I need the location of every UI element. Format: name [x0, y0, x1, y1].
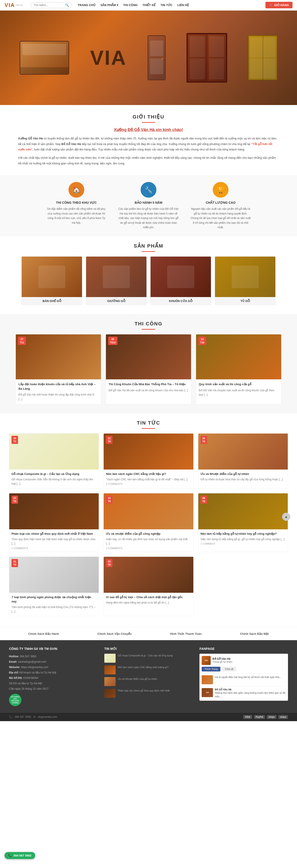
- tin-tuc-card[interactable]: 01T8 7 loại bình phong ngăn phòng được ư…: [9, 557, 99, 616]
- product-card[interactable]: BÀN GHẾ GỖ: [21, 256, 82, 305]
- search-button[interactable]: 🔍: [65, 3, 69, 7]
- footer-news-item[interactable]: Nên làm vách ngăn CNC bằng chất lượng gì…: [104, 665, 193, 674]
- scroll-top-button[interactable]: ▲: [282, 513, 290, 521]
- nav-item-tin-tuc[interactable]: TIN TỨC: [158, 2, 174, 8]
- product-name: KHUÔN CỬA GỖ: [151, 297, 211, 305]
- hero-furniture-wardrobe: [248, 35, 277, 80]
- product-card[interactable]: KHUÔN CỬA GỖ: [150, 256, 211, 305]
- tin-tuc-desc: Gỗ nhựa Composite chắc hẳn đã không ít l…: [11, 477, 97, 486]
- gioi-thieu-p1: Xưởng Gỗ Văn Hà có truyền thống làm đồ g…: [18, 136, 279, 152]
- tin-tuc-title: Vì sao đồ gỗ bị mọt – Chia sẻ cách diệt …: [106, 595, 191, 599]
- product-image: [215, 256, 275, 297]
- thi-cong-section: THI CÔNG 27T11 Lắp đặt hoàn thiện khuôn …: [0, 314, 297, 413]
- thi-cong-image: 12T10: [196, 334, 281, 379]
- news-thumb: [104, 677, 116, 686]
- tin-tuc-card[interactable]: 25T8 Phân loại các nhóm gỗ theo quy định…: [9, 493, 99, 552]
- thi-cong-image: 27T11: [16, 334, 101, 379]
- tin-tuc-card[interactable]: 23T8 Vì sao đồ gỗ bị mọt – Chia sẻ cách …: [103, 557, 193, 616]
- main-nav: TRANG CHỦSẢN PHẨM ▾THI CÔNGTHIẾT KẾTIN T…: [76, 2, 266, 8]
- nav-item-trang-chu[interactable]: TRANG CHỦ: [76, 2, 98, 8]
- feature-icon: 🔧: [141, 182, 156, 198]
- thi-cong-image: 05T012: [106, 334, 191, 379]
- policy-item[interactable]: Hình Thức Thanh Toán: [170, 632, 202, 636]
- features-section: 🏠 THI CÔNG THEO KHU VỰC Do đặc điểm sản …: [0, 175, 297, 236]
- date-badge: 25T8: [11, 496, 18, 504]
- nav-item-thiet-ke[interactable]: THIẾT KẾ: [140, 2, 158, 8]
- product-image: [86, 256, 146, 297]
- san-pham-section: SẢN PHẨM BÀN GHẾ GỖ GIƯỜNG GỖ KHUÔN CỬA …: [0, 236, 297, 314]
- payment-icon-2: stripe: [267, 715, 276, 719]
- tin-tuc-card[interactable]: 13T8 Ưu và nhược điểm của gỗ công nghiệp…: [103, 493, 193, 552]
- tin-tuc-title: Gỗ nhựa Composite là gì – Cấu tạo và Ứng…: [11, 472, 97, 476]
- footer-news-item[interactable]: Ưu và Nhược điểm của gỗ tự nhiên: [104, 677, 193, 686]
- date-badge: 27T11: [18, 337, 26, 345]
- section-title-tin-tuc: TIN TỨC: [9, 415, 288, 428]
- hero-furniture-door: [147, 35, 166, 80]
- date-badge: 26T8: [200, 436, 207, 444]
- payment-icons: VISAPayPalstripestripe: [243, 715, 288, 719]
- footer-phone-icon: 📞: [9, 715, 12, 718]
- footer-news-item[interactable]: Phân loại các nhóm gỗ theo quy định mới …: [104, 689, 193, 698]
- payment-icon-0: VISA: [243, 715, 252, 719]
- gioi-thieu-p2: Với các chất liệu chính là gỗ tự nhiên, …: [18, 155, 279, 166]
- tin-tuc-card[interactable]: 11T9 Nên làm vách ngăn CNC bằng chất liệ…: [103, 433, 193, 489]
- thi-cong-title: Quy trình sản xuất và thi công cửa gỗ: [199, 382, 278, 386]
- policy-item[interactable]: Chính Sách Vận Chuyển: [98, 632, 132, 636]
- product-card[interactable]: GIƯỜNG GỖ: [86, 256, 147, 305]
- product-image: [151, 256, 211, 297]
- logo[interactable]: VIA Văn Hà: [4, 2, 23, 8]
- policy-item[interactable]: Chính Sách Bảo Mật: [240, 632, 269, 636]
- news-text: Gỗ nhựa Composite là gì – Cấu tạo và Ứng…: [118, 654, 172, 657]
- date-badge: 05T012: [108, 337, 117, 345]
- tin-tuc-desc: Hiện nay, có rất nhiều gia đình lựa chọn…: [106, 537, 191, 546]
- tin-tuc-desc: Việc nên dùng tủ bếp bằng gỗ gì, gỗ tự n…: [200, 537, 286, 541]
- feature-bao-hanh-5-nam: 🔧 BẢO HÀNH 5 NĂM Các sản phẩm làm từ gỗ …: [118, 182, 179, 229]
- hero-banner: VIA: [0, 10, 297, 105]
- news-text: Ưu và Nhược điểm của gỗ tự nhiên: [118, 677, 157, 681]
- thi-cong-card[interactable]: 12T10 Quy trình sản xuất và thi công cửa…: [196, 334, 281, 404]
- tin-tuc-desc: Tấm bình phong đã xuất hiện từ thời Đông…: [11, 605, 97, 614]
- tin-tuc-section: TIN TỨC 30T9 Gỗ nhựa Composite là gì – C…: [0, 413, 297, 625]
- tin-tuc-image: 30T9: [9, 434, 99, 469]
- news-thumb: [104, 654, 116, 663]
- payment-icon-1: PayPal: [254, 715, 265, 719]
- tin-tuc-comments: 2 COMMENTS: [11, 547, 97, 550]
- tin-tuc-desc: Gỗ tự nhiên là được khai thác từ cây lấy…: [200, 477, 286, 482]
- policy-item[interactable]: Chính Sách Bảo Hành: [28, 632, 59, 636]
- date-badge: 23T8: [106, 559, 112, 567]
- feature-desc: Các sản phẩm làm từ gỗ tự nhiên của Đồ G…: [118, 207, 179, 229]
- tin-tuc-image: 13T8: [104, 493, 193, 529]
- feature-title: THI CÔNG THEO KHU VỰC: [46, 201, 107, 205]
- tin-tuc-comments: 2 COMMENTS: [106, 547, 191, 550]
- footer-news-item[interactable]: Gỗ nhựa Composite là gì – Cấu tạo và Ứng…: [104, 654, 193, 663]
- footer-news: TIN MỚI Gỗ nhựa Composite là gì – Cấu tạ…: [104, 647, 193, 706]
- header: VIA Văn Hà 🔍 TRANG CHỦSẢN PHẨM ▾THI CÔNG…: [0, 0, 297, 10]
- product-image: [22, 256, 82, 297]
- cart-button[interactable]: 🛒 GIỎ HÀNG: [266, 2, 293, 8]
- tin-tuc-card[interactable]: 30T9 Gỗ nhựa Composite là gì – Cấu tạo v…: [9, 433, 99, 489]
- thi-cong-desc: Đồ gỗ Văn Hà mới hoàn thiện thi công lắp…: [19, 393, 98, 401]
- nav-item-lien-he[interactable]: LIÊN HỆ: [175, 2, 191, 8]
- tin-tuc-image: 11T9: [104, 434, 193, 469]
- product-card[interactable]: TỦ GỖ: [215, 256, 276, 305]
- tin-tuc-card[interactable]: 26T8 Ưu và Nhược điểm của gỗ tự nhiên Gỗ…: [198, 433, 288, 489]
- gioi-thieu-heading: Xưởng Đồ Gỗ Văn Hà xin kính chào!: [18, 127, 279, 132]
- search-bar: 🔍: [31, 2, 72, 8]
- news-text: Nên làm vách ngăn CNC bằng chất lượng gì…: [118, 665, 168, 669]
- thi-cong-card[interactable]: 27T11 Lắp đặt hoàn thiện khuôn cửa và tủ…: [16, 334, 101, 404]
- fanpage-share-button[interactable]: Chia sẻ: [222, 667, 236, 672]
- nav-item-thi-cong[interactable]: THI CÔNG: [121, 2, 140, 8]
- feature-icon: 🏠: [69, 182, 84, 198]
- nav-item-san-pham[interactable]: SẢN PHẨM ▾: [98, 2, 120, 8]
- policy-bar: Chính Sách Bảo HànhChính Sách Vận Chuyển…: [0, 627, 297, 640]
- thi-cong-card[interactable]: 05T012 Thi Công Khuôn Cửa Nhà Bác Thống …: [106, 334, 191, 404]
- date-badge: 13T8: [106, 496, 112, 504]
- tin-tuc-card[interactable]: 08T8 Nên làm tủ bếp bằng gỗ tự nhiên hay…: [198, 493, 288, 552]
- thi-cong-desc: Đồ gỗ Văn Hà đã sản xuất và thi công khu…: [109, 389, 188, 393]
- news-thumb: [104, 665, 116, 674]
- fanpage-like-button[interactable]: Thích Trang: [202, 667, 220, 672]
- search-input[interactable]: [33, 3, 65, 7]
- tin-tuc-title: 7 loại bình phong ngăn phòng được ưa chu…: [11, 595, 97, 604]
- tin-tuc-comments: 1 COMMENT: [200, 542, 286, 545]
- thi-cong-title: Lắp đặt hoàn thiện khuôn cửa và tủ bếp n…: [19, 382, 98, 391]
